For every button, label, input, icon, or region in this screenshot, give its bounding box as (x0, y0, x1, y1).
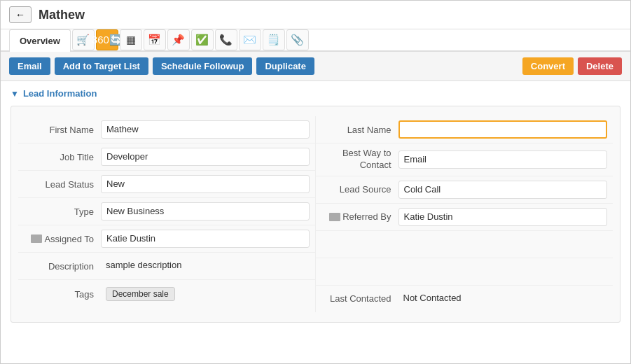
tab-note[interactable]: 🗒️ (263, 29, 285, 50)
title-bar: ← Mathew (1, 1, 630, 29)
first-name-value: Mathew (101, 120, 310, 139)
job-title-row: Job Title Developer (18, 144, 315, 171)
referred-icon (329, 213, 340, 221)
last-contacted-label: Last Contacted (321, 293, 398, 304)
job-title-label: Job Title (24, 152, 101, 162)
section-title: Lead Information (23, 88, 97, 99)
best-way-value: Email (398, 150, 608, 169)
delete-button[interactable]: Delete (578, 57, 622, 75)
action-bar: Email Add to Target List Schedule Follow… (1, 52, 630, 81)
tags-value: December sale (101, 284, 310, 304)
lead-source-label: Lead Source (321, 184, 398, 195)
assigned-to-value: Katie Dustin (101, 230, 310, 248)
page-title: Mathew (39, 8, 85, 22)
back-button[interactable]: ← (9, 6, 32, 23)
description-value: sample description (101, 257, 310, 275)
email-button[interactable]: Email (9, 57, 50, 75)
last-contacted-row: Last Contacted Not Contacted (316, 286, 613, 312)
tag-item[interactable]: December sale (106, 287, 175, 301)
tab-pin[interactable]: 📌 (167, 29, 190, 50)
tab-bar: Overview 🛒 360🔄 ▦ 📅 📌 ✅ 📞 ✉️ 🗒️ 📎 (1, 29, 630, 52)
right-empty-1 (316, 231, 613, 258)
section-header[interactable]: ▼ Lead Information (11, 88, 620, 99)
last-name-value[interactable] (398, 120, 608, 139)
add-to-target-button[interactable]: Add to Target List (55, 57, 148, 75)
tab-overview[interactable]: Overview (9, 29, 71, 52)
duplicate-button[interactable]: Duplicate (256, 57, 314, 75)
referred-by-label: Referred By (321, 211, 398, 222)
last-name-label: Last Name (321, 125, 398, 135)
tab-checklist[interactable]: ✅ (191, 29, 214, 50)
form-grid: First Name Mathew Job Title Developer Le… (18, 116, 613, 312)
left-column: First Name Mathew Job Title Developer Le… (18, 116, 316, 312)
tab-grid[interactable]: ▦ (120, 29, 142, 50)
referred-by-value: Katie Dustin (398, 208, 608, 226)
tab-attachment[interactable]: 📎 (286, 29, 309, 50)
page-wrapper: ← Mathew Overview 🛒 360🔄 ▦ 📅 📌 ✅ 📞 ✉️ 🗒️… (0, 0, 631, 364)
back-icon: ← (15, 9, 25, 20)
lead-status-row: Lead Status New (18, 171, 315, 198)
type-row: Type New Business (18, 198, 315, 225)
lead-status-value: New (101, 175, 310, 193)
tab-360[interactable]: 360🔄 (96, 29, 118, 50)
type-value: New Business (101, 202, 310, 220)
last-name-row: Last Name (316, 116, 613, 144)
description-row: Description sample description (18, 253, 315, 280)
lead-source-row: Lead Source Cold Call (316, 176, 613, 204)
assigned-to-row: Assigned To Katie Dustin (18, 225, 315, 253)
assigned-to-label: Assigned To (24, 234, 101, 244)
chevron-icon: ▼ (11, 89, 19, 99)
right-column: Last Name Best Way toContact Email Lead … (316, 116, 613, 312)
best-way-row: Best Way toContact Email (316, 144, 613, 176)
job-title-value: Developer (101, 148, 310, 166)
right-empty-2 (316, 258, 613, 286)
referred-by-row: Referred By Katie Dustin (316, 204, 613, 231)
tags-label: Tags (24, 289, 101, 300)
tags-row: Tags December sale (18, 280, 315, 308)
first-name-label: First Name (24, 125, 101, 135)
lead-source-value: Cold Call (398, 181, 608, 199)
convert-button[interactable]: Convert (522, 57, 574, 75)
assigned-icon (31, 234, 42, 243)
tab-calendar[interactable]: 📅 (144, 29, 166, 50)
form-area: First Name Mathew Job Title Developer Le… (11, 106, 620, 323)
tab-phone[interactable]: 📞 (215, 29, 237, 50)
lead-section: ▼ Lead Information First Name Mathew Job… (1, 81, 630, 330)
schedule-followup-button[interactable]: Schedule Followup (153, 57, 252, 75)
last-contacted-value: Not Contacted (398, 290, 608, 308)
description-label: Description (24, 261, 101, 272)
tab-email-tab[interactable]: ✉️ (239, 29, 261, 50)
lead-status-label: Lead Status (24, 179, 101, 190)
best-way-label: Best Way toContact (321, 148, 398, 172)
type-label: Type (24, 206, 101, 217)
first-name-row: First Name Mathew (18, 116, 315, 144)
